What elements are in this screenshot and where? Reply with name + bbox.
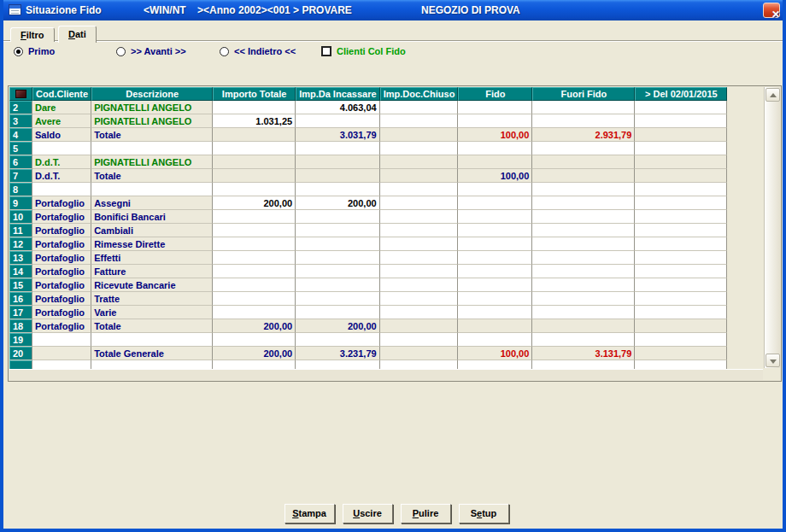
cell-fid[interactable] bbox=[458, 292, 532, 306]
cell-des[interactable]: Totale bbox=[91, 319, 213, 333]
cell-del[interactable] bbox=[635, 237, 727, 251]
cell-del[interactable] bbox=[635, 306, 727, 319]
row-number[interactable]: 19 bbox=[9, 333, 32, 347]
cell-fuo[interactable] bbox=[532, 196, 635, 210]
cell-chi[interactable] bbox=[380, 319, 459, 333]
cell-cod[interactable] bbox=[32, 183, 91, 196]
cell-chi[interactable] bbox=[380, 265, 459, 278]
cell-fuo[interactable] bbox=[532, 306, 635, 319]
cell-cod[interactable] bbox=[32, 333, 91, 347]
cell-imp[interactable] bbox=[213, 360, 296, 369]
cell-imp[interactable]: 1.031,25 bbox=[213, 114, 296, 128]
cell-imp[interactable] bbox=[213, 169, 296, 183]
cell-des[interactable] bbox=[91, 183, 213, 196]
cell-cod[interactable]: Portafoglio bbox=[32, 278, 91, 292]
cell-des[interactable]: Totale bbox=[91, 128, 213, 142]
cell-imp[interactable] bbox=[213, 265, 296, 278]
cell-fuo[interactable] bbox=[532, 101, 635, 114]
cell-fid[interactable] bbox=[458, 183, 532, 196]
cell-des[interactable] bbox=[91, 142, 213, 155]
cell-inc[interactable] bbox=[296, 333, 380, 347]
tab-dati[interactable]: Dati bbox=[58, 26, 97, 43]
cell-des[interactable]: Effetti bbox=[91, 251, 213, 265]
cell-des[interactable]: Tratte bbox=[91, 292, 213, 306]
cell-fuo[interactable] bbox=[532, 142, 635, 155]
cell-des[interactable]: PIGNATELLI ANGELO bbox=[91, 101, 213, 114]
cell-fid[interactable] bbox=[458, 360, 532, 369]
cell-chi[interactable] bbox=[380, 155, 459, 169]
cell-del[interactable] bbox=[635, 265, 727, 278]
cell-des[interactable]: Ricevute Bancarie bbox=[91, 278, 213, 292]
cell-des[interactable]: Assegni bbox=[91, 196, 213, 210]
row-number[interactable]: 15 bbox=[9, 278, 32, 292]
cell-imp[interactable] bbox=[213, 278, 296, 292]
cell-fuo[interactable] bbox=[532, 237, 635, 251]
row-number[interactable]: 7 bbox=[9, 169, 32, 183]
cell-imp[interactable] bbox=[213, 128, 296, 142]
cell-imp[interactable] bbox=[213, 237, 296, 251]
cell-des[interactable]: Rimesse Dirette bbox=[91, 237, 213, 251]
cell-chi[interactable] bbox=[380, 360, 459, 369]
cell-del[interactable] bbox=[635, 128, 727, 142]
row-number[interactable]: 12 bbox=[9, 237, 32, 251]
cell-imp[interactable] bbox=[213, 101, 296, 114]
pulire-button[interactable]: Pulire bbox=[401, 504, 451, 523]
cell-del[interactable] bbox=[635, 224, 727, 237]
cell-fuo[interactable]: 3.131,79 bbox=[532, 347, 635, 360]
row-number[interactable]: 9 bbox=[9, 196, 32, 210]
cell-inc[interactable]: 200,00 bbox=[296, 196, 380, 210]
cell-inc[interactable] bbox=[296, 210, 380, 224]
cell-del[interactable] bbox=[635, 210, 727, 224]
row-number[interactable]: 18 bbox=[9, 319, 32, 333]
cell-del[interactable] bbox=[635, 183, 727, 196]
cell-fuo[interactable] bbox=[532, 169, 635, 183]
cell-imp[interactable] bbox=[213, 333, 296, 347]
cell-del[interactable] bbox=[635, 278, 727, 292]
cell-fid[interactable] bbox=[458, 319, 532, 333]
scroll-up-button[interactable] bbox=[765, 88, 780, 102]
cell-fuo[interactable] bbox=[532, 155, 635, 169]
cell-del[interactable] bbox=[635, 251, 727, 265]
cell-imp[interactable] bbox=[213, 183, 296, 196]
cell-inc[interactable] bbox=[296, 306, 380, 319]
cell-des[interactable] bbox=[91, 333, 213, 347]
cell-imp[interactable]: 200,00 bbox=[213, 196, 296, 210]
cell-fid[interactable] bbox=[458, 196, 532, 210]
row-number[interactable]: 17 bbox=[9, 306, 32, 319]
cell-chi[interactable] bbox=[380, 292, 459, 306]
cell-del[interactable] bbox=[635, 101, 727, 114]
cell-cod[interactable]: Portafoglio bbox=[32, 292, 91, 306]
cell-fuo[interactable] bbox=[532, 333, 635, 347]
cell-fuo[interactable] bbox=[532, 278, 635, 292]
cell-cod[interactable]: Portafoglio bbox=[32, 265, 91, 278]
cell-imp[interactable] bbox=[213, 251, 296, 265]
cell-des[interactable]: PIGNATELLI ANGELO bbox=[91, 114, 213, 128]
cell-fuo[interactable]: 2.931,79 bbox=[532, 128, 635, 142]
cell-chi[interactable] bbox=[380, 210, 459, 224]
cell-del[interactable] bbox=[635, 196, 727, 210]
cell-chi[interactable] bbox=[380, 224, 459, 237]
row-number[interactable]: 8 bbox=[9, 183, 32, 196]
cell-imp[interactable] bbox=[213, 224, 296, 237]
cell-fid[interactable] bbox=[458, 251, 532, 265]
cell-imp[interactable] bbox=[213, 292, 296, 306]
cell-fid[interactable] bbox=[458, 224, 532, 237]
row-number[interactable]: 2 bbox=[9, 101, 32, 114]
cell-cod[interactable]: Portafoglio bbox=[32, 224, 91, 237]
cell-inc[interactable] bbox=[296, 183, 380, 196]
cell-fid[interactable] bbox=[458, 237, 532, 251]
cell-fid[interactable]: 100,00 bbox=[458, 347, 532, 360]
cell-inc[interactable] bbox=[296, 292, 380, 306]
cell-fid[interactable] bbox=[458, 210, 532, 224]
cell-des[interactable]: Bonifici Bancari bbox=[91, 210, 213, 224]
row-number[interactable]: 4 bbox=[9, 128, 32, 142]
cell-inc[interactable]: 200,00 bbox=[296, 319, 380, 333]
setup-button[interactable]: Setup bbox=[459, 504, 509, 523]
cell-inc[interactable]: 4.063,04 bbox=[296, 101, 380, 114]
cell-chi[interactable] bbox=[380, 347, 459, 360]
cell-chi[interactable] bbox=[380, 237, 459, 251]
cell-imp[interactable] bbox=[213, 155, 296, 169]
cell-cod[interactable]: Dare bbox=[32, 101, 91, 114]
cell-cod[interactable]: Portafoglio bbox=[32, 251, 91, 265]
cell-del[interactable] bbox=[635, 155, 727, 169]
